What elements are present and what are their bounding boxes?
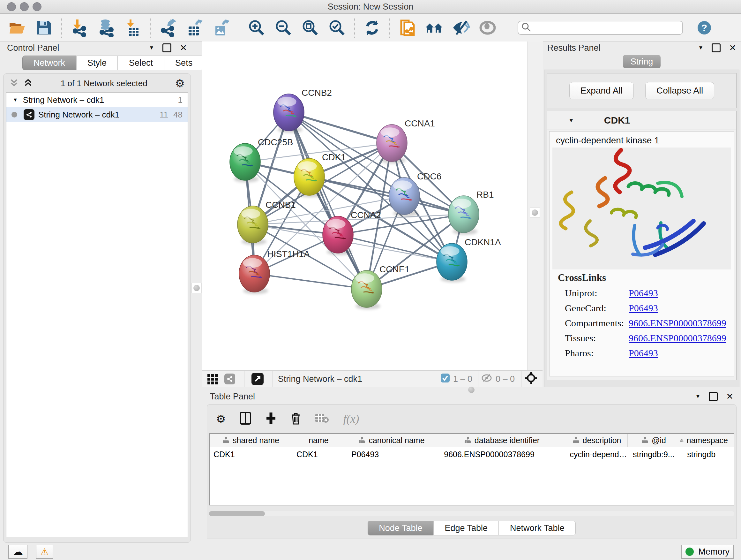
network-collection-row[interactable]: ▼ String Network – cdk1 1 xyxy=(6,92,188,107)
zoom-fit-icon[interactable] xyxy=(301,19,319,37)
column-header-name[interactable]: name xyxy=(292,434,345,447)
node-label: CDC25B xyxy=(258,137,293,147)
control-panel-menu-icon[interactable]: ▼ xyxy=(149,45,154,51)
show-all-icon[interactable] xyxy=(479,19,496,37)
help-icon[interactable]: ? xyxy=(697,21,711,35)
window-minimize-icon[interactable] xyxy=(20,2,29,11)
status-bar: ☁ ⚠ Memory xyxy=(0,543,741,560)
results-panel-menu-icon[interactable]: ▼ xyxy=(698,45,704,51)
collapse-all-button[interactable]: Collapse All xyxy=(645,82,714,99)
export-image-icon[interactable] xyxy=(212,19,230,37)
zoom-out-icon[interactable] xyxy=(274,19,292,37)
network-node-hist1h1a[interactable]: HIST1H1A xyxy=(239,249,310,294)
import-table-icon[interactable] xyxy=(124,19,142,37)
network-name: String Network – cdk1 xyxy=(38,110,119,120)
tab-network-table[interactable]: Network Table xyxy=(499,521,576,536)
network-vertical-splitter[interactable] xyxy=(527,42,543,370)
table-options-gear-icon[interactable]: ⚙ xyxy=(216,413,226,425)
function-builder-icon[interactable]: f(x) xyxy=(343,412,359,426)
memory-button[interactable]: Memory xyxy=(681,545,734,559)
crosslink-uniprot-link[interactable]: P06493 xyxy=(629,288,658,299)
birdseye-share-icon[interactable] xyxy=(224,374,235,384)
tab-network[interactable]: Network xyxy=(22,56,76,70)
delete-table-icon[interactable] xyxy=(315,413,329,425)
selected-checkbox-icon[interactable] xyxy=(441,373,450,385)
tab-edge-table[interactable]: Edge Table xyxy=(433,521,499,536)
gene-collapse-icon[interactable]: ▼ xyxy=(568,117,574,124)
fit-selected-crosshair-icon[interactable] xyxy=(525,372,537,387)
delete-column-trash-icon[interactable] xyxy=(291,412,301,426)
export-network-icon[interactable] xyxy=(159,19,177,37)
column-header-database-identifier[interactable]: database identifier xyxy=(438,434,566,447)
export-table-icon[interactable] xyxy=(186,19,204,37)
network-node-cdc6[interactable]: CDC6 xyxy=(389,172,441,216)
table-panel-close-icon[interactable]: ✕ xyxy=(726,391,733,401)
collapse-all-networks-icon[interactable] xyxy=(9,78,19,89)
control-panel-float-icon[interactable] xyxy=(162,44,172,52)
column-header-namespace[interactable]: namespace xyxy=(680,434,728,447)
network-edge[interactable] xyxy=(254,273,367,289)
home-pair-icon[interactable] xyxy=(425,19,443,37)
window-close-icon[interactable] xyxy=(7,2,16,11)
results-panel-close-icon[interactable]: ✕ xyxy=(729,43,736,53)
column-header-canonical-name[interactable]: canonical name xyxy=(345,434,438,447)
hidden-eye-icon[interactable] xyxy=(481,373,492,385)
column-header-id[interactable]: @id xyxy=(628,434,680,447)
crosslink-compartments-link[interactable]: 9606.ENSP00000378699 xyxy=(629,318,726,328)
window-zoom-icon[interactable] xyxy=(32,2,42,11)
table-row[interactable]: CDK1 CDK1 P06493 9606.ENSP00000378699 cy… xyxy=(210,447,734,459)
tab-style[interactable]: Style xyxy=(76,56,118,70)
clipboard-network-icon[interactable] xyxy=(398,19,416,37)
control-panel-close-icon[interactable]: ✕ xyxy=(180,43,187,53)
collection-count: 1 xyxy=(178,95,183,105)
tab-select[interactable]: Select xyxy=(118,56,164,70)
hide-selected-icon[interactable] xyxy=(452,19,470,37)
network-canvas[interactable]: CCNB2CCNA1CDC25BCDK1CDC6RB1CCNB1CCNA2CDK… xyxy=(202,42,527,370)
right-splitter-handle[interactable] xyxy=(530,207,540,218)
detach-view-icon[interactable] xyxy=(252,373,264,385)
expand-all-networks-icon[interactable] xyxy=(23,78,33,89)
cloud-status-button[interactable]: ☁ xyxy=(8,545,27,559)
left-splitter-handle[interactable] xyxy=(192,283,202,293)
crosslink-pharos-link[interactable]: P06493 xyxy=(629,348,658,359)
expand-all-button[interactable]: Expand All xyxy=(569,82,634,99)
table-panel-menu-icon[interactable]: ▼ xyxy=(695,393,701,400)
hidden-counts: 0 – 0 xyxy=(495,374,515,384)
collection-expand-icon[interactable]: ▼ xyxy=(13,97,18,103)
zoom-in-icon[interactable] xyxy=(248,19,266,37)
node-label: HIST1H1A xyxy=(267,249,310,259)
main-toolbar: ? xyxy=(0,14,741,42)
network-options-gear-icon[interactable]: ⚙ xyxy=(175,77,185,90)
tab-node-table[interactable]: Node Table xyxy=(367,521,433,536)
import-network-from-database-icon[interactable] xyxy=(97,19,115,37)
crosslink-tissues-link[interactable]: 9606.ENSP00000378699 xyxy=(629,333,726,344)
grid-view-icon[interactable] xyxy=(207,374,218,384)
open-session-icon[interactable] xyxy=(8,19,26,37)
add-column-icon[interactable] xyxy=(265,412,277,426)
network-edge[interactable] xyxy=(289,112,392,143)
save-session-icon[interactable] xyxy=(35,19,53,37)
network-node-ccnb2[interactable]: CCNB2 xyxy=(273,88,332,133)
show-columns-icon[interactable] xyxy=(240,412,251,426)
results-panel: Results Panel ▼ ✕ String Expand All Coll… xyxy=(544,42,739,386)
table-panel-float-icon[interactable] xyxy=(709,392,718,401)
tab-string[interactable]: String xyxy=(623,55,661,68)
crosslink-genecard-link[interactable]: P06493 xyxy=(629,303,658,314)
column-header-shared-name[interactable]: shared name xyxy=(210,434,292,447)
network-node-cdkn1a[interactable]: CDKN1A xyxy=(436,237,501,282)
network-node-rb1[interactable]: RB1 xyxy=(448,190,494,235)
network-view-title: String Network – cdk1 xyxy=(278,374,362,384)
table-horizontal-scrollbar[interactable] xyxy=(209,511,734,516)
results-panel-float-icon[interactable] xyxy=(712,44,721,52)
refresh-icon[interactable] xyxy=(363,19,381,37)
network-edge[interactable] xyxy=(289,112,367,289)
zoom-selected-icon[interactable] xyxy=(328,19,346,37)
warnings-button[interactable]: ⚠ xyxy=(36,545,53,559)
import-network-icon[interactable] xyxy=(70,19,88,37)
search-input[interactable] xyxy=(518,21,683,35)
network-node-ccne1[interactable]: CCNE1 xyxy=(351,264,410,309)
gene-description: cyclin-dependent kinase 1 xyxy=(549,132,734,147)
network-row[interactable]: String Network – cdk1 11 48 xyxy=(6,107,188,122)
column-header-description[interactable]: description xyxy=(566,434,628,447)
tab-sets[interactable]: Sets xyxy=(164,56,204,70)
